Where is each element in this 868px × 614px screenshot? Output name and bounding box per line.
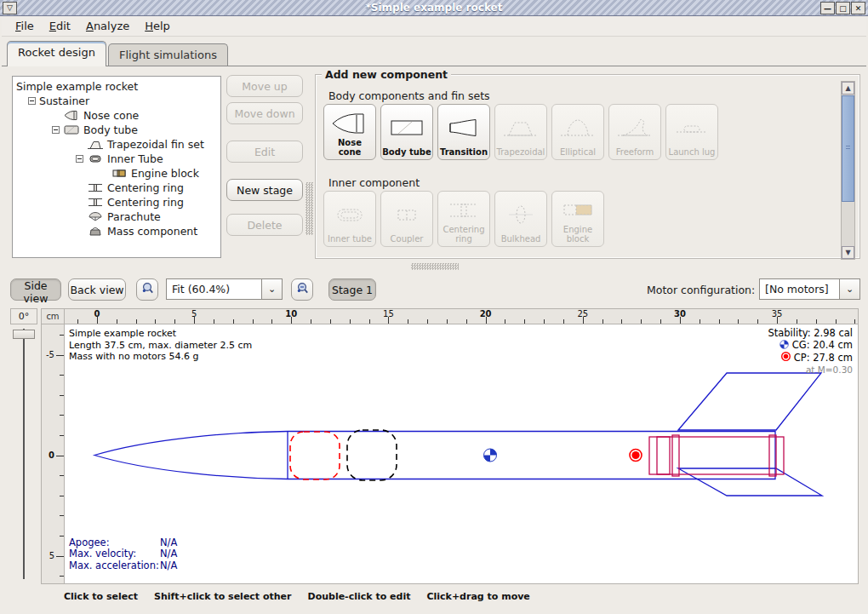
nose-cone-outline[interactable] xyxy=(94,432,288,479)
tree-item-parachute[interactable]: Parachute xyxy=(14,209,219,224)
add-component-group: Add new component Body components and fi… xyxy=(315,74,860,259)
tree-item-label: Engine block xyxy=(131,167,199,180)
move-up-button[interactable]: Move up xyxy=(226,75,303,97)
tree-item-simple-example-rocket[interactable]: Simple example rocket xyxy=(14,79,219,94)
add-bulkhead-button[interactable]: Bulkhead xyxy=(494,191,547,247)
tree-collapse-icon[interactable] xyxy=(76,154,87,164)
minimize-button[interactable]: — xyxy=(820,2,835,14)
parachute-icon xyxy=(87,210,104,223)
fin-upper[interactable] xyxy=(678,373,821,430)
flight-stat-label: Max. velocity: xyxy=(69,548,160,560)
scrollbar-thumb[interactable] xyxy=(842,95,854,202)
horizontal-splitter-handle[interactable] xyxy=(411,263,459,270)
add-trapezoidal-button[interactable]: Trapezoidal xyxy=(494,104,547,160)
component-tree[interactable]: Simple example rocketSustainerNose coneB… xyxy=(12,76,221,258)
zoom-level-select[interactable]: Fit (60.4%) ⌄ xyxy=(166,278,283,300)
add-coupler-button[interactable]: Coupler xyxy=(380,191,433,247)
body-tube-outline[interactable] xyxy=(288,432,775,479)
title-bar[interactable]: ▽ *Simple example rocket —□✕ xyxy=(0,0,868,16)
add-elliptical-button[interactable]: Elliptical xyxy=(551,104,604,160)
zoom-in-button[interactable] xyxy=(291,278,313,301)
engine-block-icon xyxy=(553,194,602,226)
tree-item-mass-component[interactable]: Mass component xyxy=(14,224,219,238)
tab-flight-simulations[interactable]: Flight simulations xyxy=(108,43,228,66)
tree-item-trapezoidal-fin-set[interactable]: Trapezoidal fin set xyxy=(14,137,219,152)
stage-1-toggle[interactable]: Stage 1 xyxy=(328,278,376,301)
move-down-button[interactable]: Move down xyxy=(226,102,303,124)
tree-item-engine-block[interactable]: Engine block xyxy=(14,166,219,181)
ruler-tick xyxy=(602,319,603,324)
trapezoidal-fin-icon xyxy=(496,107,545,148)
tree-item-body-tube[interactable]: Body tube xyxy=(14,123,219,137)
tree-item-label: Parachute xyxy=(107,210,161,223)
tree-item-label: Centering ring xyxy=(107,181,184,194)
chevron-down-icon[interactable]: ⌄ xyxy=(839,279,859,299)
motor-configuration-label: Motor configuration: xyxy=(647,284,755,296)
maximize-button[interactable]: □ xyxy=(836,2,850,14)
tree-item-label: Mass component xyxy=(107,225,197,238)
elliptical-fin-icon xyxy=(553,107,602,148)
add-transition-button[interactable]: Transition xyxy=(437,104,490,160)
mass-component-outline[interactable] xyxy=(347,430,397,480)
ruler-tick xyxy=(233,319,234,324)
add-freeform-button[interactable]: Freeform xyxy=(608,104,661,160)
edit-button[interactable]: Edit xyxy=(226,141,303,163)
window-menu-icon[interactable]: ▽ xyxy=(3,2,17,14)
parachute-outline[interactable] xyxy=(290,432,340,479)
menu-help[interactable]: Help xyxy=(138,17,177,35)
tree-item-sustainer[interactable]: Sustainer xyxy=(14,94,219,108)
add-launch-lug-button[interactable]: Launch lug xyxy=(665,104,718,160)
engine-block-icon xyxy=(111,167,128,180)
rotation-slider[interactable] xyxy=(11,327,37,582)
tree-item-label: Simple example rocket xyxy=(16,80,138,93)
tree-item-label: Inner Tube xyxy=(107,152,163,165)
scroll-down-icon[interactable]: ▼ xyxy=(842,246,854,259)
component-scrollbar[interactable]: ▲ ▼ xyxy=(841,81,855,260)
menu-edit[interactable]: Edit xyxy=(43,17,77,35)
rocket-canvas[interactable]: Simple example rocket Length 37.5 cm, ma… xyxy=(64,324,859,584)
scroll-up-icon[interactable]: ▲ xyxy=(842,82,854,95)
delete-button[interactable]: Delete xyxy=(226,214,303,236)
hint-text: Double-click to edit xyxy=(308,591,411,602)
body-tube-icon xyxy=(382,107,431,148)
component-button-label: Centering ring xyxy=(439,226,488,244)
tree-item-nose-cone[interactable]: Nose cone xyxy=(14,108,219,123)
tree-item-centering-ring[interactable]: Centering ring xyxy=(14,181,219,195)
tree-collapse-icon[interactable] xyxy=(28,96,39,106)
add-inner-tube-button[interactable]: Inner tube xyxy=(323,191,376,247)
inner-tube-icon xyxy=(325,194,374,235)
centering-ring-fore[interactable] xyxy=(672,435,679,476)
motor-configuration-select[interactable]: [No motors] ⌄ xyxy=(759,278,860,300)
ruler-tick xyxy=(408,319,408,324)
fin-lower[interactable] xyxy=(678,468,822,496)
menu-analyze[interactable]: Analyze xyxy=(79,17,136,35)
close-button[interactable]: ✕ xyxy=(851,2,865,14)
magnifier-minus-icon xyxy=(141,284,154,297)
add-engine-block-button[interactable]: Engine block xyxy=(551,191,604,247)
rocket-name: Simple example rocket xyxy=(69,328,252,340)
rocket-side-view[interactable] xyxy=(65,324,858,582)
ruler-tick xyxy=(544,319,545,324)
tab-rocket-design[interactable]: Rocket design xyxy=(7,41,106,66)
ruler-tick xyxy=(836,319,837,324)
rotation-slider-handle[interactable] xyxy=(13,330,35,339)
side-view-button[interactable]: Side view xyxy=(10,278,61,301)
tree-item-inner-tube[interactable]: Inner Tube xyxy=(14,152,219,166)
tree-collapse-icon[interactable] xyxy=(52,125,63,135)
rocket-length-diameter: Length 37.5 cm, max. diameter 2.5 cm xyxy=(69,340,252,352)
tree-item-label: Trapezoidal fin set xyxy=(107,138,204,151)
vertical-splitter-handle[interactable] xyxy=(306,182,313,235)
add-centering-ring-button[interactable]: Centering ring xyxy=(437,191,490,247)
zoom-out-button[interactable] xyxy=(136,278,158,301)
menu-file[interactable]: File xyxy=(9,17,41,35)
add-nose-cone-button[interactable]: Nose cone xyxy=(323,104,376,160)
chevron-down-icon[interactable]: ⌄ xyxy=(261,279,282,299)
freeform-fin-icon xyxy=(610,107,660,148)
engine-block-outline[interactable] xyxy=(657,437,670,474)
cp-value: CP: 27.8 cm xyxy=(794,353,853,364)
new-stage-button[interactable]: New stage xyxy=(226,179,303,201)
tree-item-centering-ring[interactable]: Centering ring xyxy=(14,195,219,209)
back-view-button[interactable]: Back view xyxy=(68,278,126,301)
ruler-tick xyxy=(738,319,739,324)
add-body-tube-button[interactable]: Body tube xyxy=(380,104,433,160)
